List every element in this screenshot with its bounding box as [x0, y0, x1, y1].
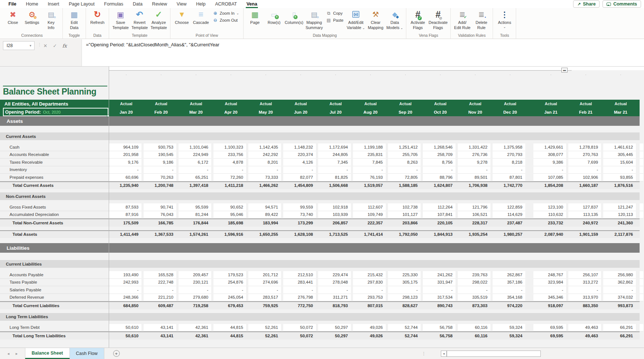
deactivate-flags-button[interactable]: #⊘Deactivate Flags: [427, 8, 449, 31]
cell[interactable]: 88,796: [423, 174, 456, 181]
cell[interactable]: 278,048: [318, 279, 351, 287]
cell[interactable]: 317,534: [423, 294, 456, 302]
cell[interactable]: -: [109, 166, 141, 174]
cell[interactable]: 52,744: [388, 324, 421, 332]
cell[interactable]: 4,126: [283, 159, 316, 166]
cell[interactable]: 873,303: [458, 302, 493, 309]
cell[interactable]: -: [179, 286, 211, 294]
cell[interactable]: 235,831: [353, 151, 386, 159]
cell[interactable]: 166,785: [144, 219, 179, 227]
cell[interactable]: 248,767: [533, 271, 566, 279]
cell[interactable]: 93,855: [603, 174, 636, 181]
cell[interactable]: 1,650,255: [248, 231, 283, 238]
cell[interactable]: 7,699: [568, 159, 601, 166]
cell[interactable]: -: [353, 286, 386, 294]
ribbon-tab-data[interactable]: Data: [128, 0, 147, 8]
tab-bar-divider[interactable]: ⋮: [422, 351, 426, 356]
delete-rule-button[interactable]: ≣▪Delete Rule: [472, 8, 491, 31]
cell[interactable]: 50,297: [318, 332, 353, 340]
cell[interactable]: 357,186: [493, 279, 525, 287]
cell[interactable]: 248,366: [109, 294, 141, 302]
mapping-summary-button[interactable]: ▤○Mapping Summary: [305, 8, 324, 31]
enter-icon[interactable]: ✓: [53, 43, 57, 49]
outline-handle[interactable]: ▬: [561, 68, 568, 72]
scenario-header-cell[interactable]: Actual: [179, 102, 213, 106]
cell[interactable]: 9,186: [144, 159, 176, 166]
cell[interactable]: -: [318, 286, 351, 294]
cell[interactable]: 2,087,940: [533, 231, 568, 238]
columns-button[interactable]: ▯+Column(s): [284, 8, 305, 25]
cell[interactable]: 1,200,748: [144, 182, 179, 189]
cell[interactable]: 297,830: [353, 279, 386, 287]
cell[interactable]: 274,696: [248, 279, 281, 287]
scenario-header-cell[interactable]: Actual: [109, 102, 144, 106]
cell[interactable]: 1,278,819: [568, 143, 601, 151]
cell[interactable]: 1,854,208: [533, 182, 568, 189]
cell[interactable]: 66,291: [603, 324, 636, 332]
ribbon-tab-formulas[interactable]: Formulas: [99, 0, 128, 8]
cell[interactable]: 165,528: [144, 271, 176, 279]
cell[interactable]: 245,054: [213, 294, 246, 302]
rows-button[interactable]: ▭+Row(s): [265, 8, 284, 25]
cell[interactable]: -: [493, 286, 525, 294]
cell[interactable]: 59,324: [493, 332, 528, 340]
cell[interactable]: 69,595: [533, 324, 566, 332]
cell[interactable]: 183,994: [248, 219, 283, 227]
month-header-cell[interactable]: Feb 21: [568, 110, 603, 114]
cell[interactable]: 1,367,533: [144, 231, 179, 238]
cell[interactable]: 90,741: [144, 203, 176, 211]
cell[interactable]: -: [144, 286, 176, 294]
sheet-tab-balance-sheet[interactable]: Balance Sheet: [25, 348, 69, 359]
cell[interactable]: 49,463: [568, 332, 603, 340]
cell[interactable]: -: [109, 286, 141, 294]
close-button[interactable]: ✖Close: [3, 8, 22, 25]
cell[interactable]: 44,815: [213, 332, 248, 340]
cell[interactable]: 323,984: [533, 279, 566, 287]
comments-button[interactable]: Comments: [602, 0, 641, 8]
cell[interactable]: 828,627: [388, 302, 423, 309]
cell[interactable]: -: [248, 286, 281, 294]
cell[interactable]: 242,993: [109, 279, 141, 287]
cell[interactable]: 42,361: [179, 324, 211, 332]
cell[interactable]: 305,445: [603, 151, 636, 159]
cell[interactable]: -: [603, 166, 636, 174]
cell[interactable]: 107,085: [533, 174, 566, 181]
cell[interactable]: 203,866: [388, 219, 423, 227]
scenario-header-cell[interactable]: Actual: [283, 102, 318, 106]
cell[interactable]: 224,949: [179, 151, 211, 159]
cell[interactable]: 209,457: [179, 271, 211, 279]
cell[interactable]: 255,705: [388, 151, 421, 159]
cell[interactable]: 49,026: [353, 324, 386, 332]
cell[interactable]: 110,632: [533, 211, 566, 219]
cell[interactable]: 103,939: [318, 211, 351, 219]
cell[interactable]: 354,168: [493, 294, 525, 302]
ribbon-tab-insert[interactable]: Insert: [43, 0, 64, 8]
data-models-button[interactable]: ◆◆Data Models ⌄: [385, 8, 404, 31]
cell[interactable]: 190,545: [144, 151, 176, 159]
cell[interactable]: 59,324: [493, 324, 525, 332]
cell[interactable]: 1,980,257: [493, 231, 528, 238]
cell[interactable]: -: [283, 286, 316, 294]
save-template-button[interactable]: ▣Save Template: [111, 8, 130, 31]
cell[interactable]: 313,272: [568, 279, 601, 287]
cell[interactable]: 201,712: [248, 271, 281, 279]
scenario-header-cell[interactable]: Actual: [388, 102, 423, 106]
cell[interactable]: 759,925: [248, 302, 283, 309]
cell[interactable]: 241,360: [603, 219, 638, 227]
cell[interactable]: 298,123: [388, 294, 421, 302]
cell[interactable]: -: [248, 166, 281, 174]
selected-cell-opening-period[interactable]: Opening Period: Oct, 2020: [3, 108, 108, 116]
cell[interactable]: 176,844: [179, 219, 213, 227]
cell[interactable]: -: [213, 286, 246, 294]
scenario-header-cell[interactable]: Actual: [533, 102, 568, 106]
cell[interactable]: 1,596,916: [213, 231, 248, 238]
cell[interactable]: 1,142,435: [248, 143, 281, 151]
cell[interactable]: 1,706,938: [458, 182, 493, 189]
cell[interactable]: 276,798: [283, 294, 316, 302]
cell[interactable]: 1,660,187: [568, 182, 603, 189]
month-header-cell[interactable]: Feb 20: [144, 110, 179, 114]
scenario-header-cell[interactable]: Actual: [423, 102, 458, 106]
month-header-cell[interactable]: Apr 20: [213, 110, 248, 114]
cell[interactable]: 233,756: [213, 151, 246, 159]
cell[interactable]: -: [458, 286, 490, 294]
